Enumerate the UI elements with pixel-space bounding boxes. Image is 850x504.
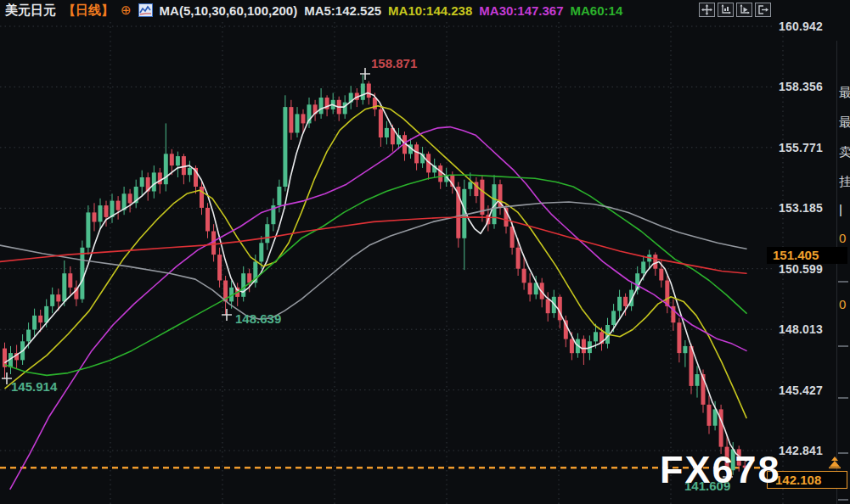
chart-window: 美元日元 【日线】 ⊕ MA(5,10,30,60,100,200) MA5:1… [0, 0, 850, 504]
side-panel-divider [836, 41, 837, 504]
side-panel-clipped-text: 0 [839, 297, 846, 311]
price-annotation: 158.871 [371, 56, 417, 70]
axis-zoom-icon[interactable] [718, 3, 734, 17]
side-panel-row-dash [838, 452, 848, 454]
y-axis-label: 158.356 [779, 80, 823, 93]
side-panel-clipped-text: 卖 [839, 144, 850, 160]
axis-play-icon[interactable] [736, 3, 752, 17]
y-axis-label: 160.942 [779, 20, 823, 33]
y-axis-label: 155.771 [779, 141, 823, 154]
jump-to-latest-icon[interactable] [826, 456, 843, 473]
ma30-value-label: MA30:147.367 [479, 3, 563, 18]
ma10-value-label: MA10:144.238 [388, 3, 472, 18]
y-axis-label: 153.185 [779, 201, 823, 215]
side-panel-clipped-text: 最 [839, 115, 850, 131]
chart-toolbar [699, 3, 771, 17]
ma60-value-label: MA60:14 [571, 3, 623, 18]
side-panel-row-dash [838, 397, 848, 399]
period-selector[interactable]: 【日线】 [63, 3, 114, 19]
chart-header: 美元日元 【日线】 ⊕ MA(5,10,30,60,100,200) MA5:1… [5, 3, 622, 18]
highlight-price-tag: 151.405 [767, 247, 847, 264]
side-panel-clipped-text: 最 [839, 85, 850, 101]
ma-settings-label[interactable]: MA(5,10,30,60,100,200) [160, 3, 298, 18]
y-axis-label: 145.427 [779, 384, 823, 397]
exit-chart-icon[interactable] [755, 3, 771, 17]
y-axis-label: 142.841 [779, 444, 823, 457]
fx678-watermark: FX678 [660, 448, 781, 492]
side-panel-row-dash [838, 281, 848, 283]
add-indicator-button[interactable]: ⊕ [121, 3, 132, 18]
ma5-value-label: MA5:142.525 [304, 3, 381, 18]
candlestick-chart-canvas[interactable] [0, 0, 850, 504]
price-annotation: 148.639 [235, 311, 281, 326]
chart-style-icon[interactable] [138, 3, 153, 17]
side-panel-clipped-text: 0 [839, 231, 846, 245]
y-axis-label: 148.013 [779, 322, 823, 336]
price-annotation: 145.914 [11, 379, 57, 394]
y-axis-label: 150.599 [779, 262, 823, 276]
symbol-label: 美元日元 [5, 3, 56, 19]
side-panel-clipped-text: | [839, 202, 842, 216]
side-panel-clipped-text: 挂 [839, 174, 850, 190]
side-panel-row-dash [838, 499, 848, 501]
side-panel-row-dash [838, 345, 848, 347]
pan-crosshair-icon[interactable] [699, 3, 715, 17]
